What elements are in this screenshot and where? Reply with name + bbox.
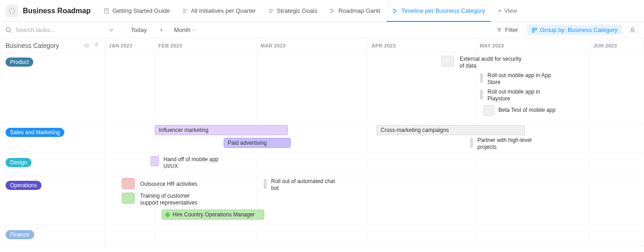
divider [121, 26, 122, 35]
chevron-down-icon [192, 28, 196, 32]
category-row[interactable]: Product [0, 53, 105, 123]
gantt-icon [329, 8, 335, 14]
user-button[interactable] [627, 27, 639, 33]
tab-roadmap-gantt[interactable]: Roadmap Gantt [324, 0, 386, 21]
task-paid-advertising[interactable]: Paid advertising [224, 138, 291, 148]
task-chatbot[interactable] [264, 179, 267, 189]
doc-icon [103, 8, 110, 14]
filter-icon [497, 27, 502, 33]
tab-timeline-category[interactable]: Timeline per Business Category [387, 0, 491, 21]
category-tag: Operations [5, 181, 42, 190]
group-by-button[interactable]: Group by: Business Category [527, 25, 622, 35]
search-input[interactable] [16, 26, 101, 33]
svg-point-16 [6, 27, 10, 31]
category-tag: Finance [5, 230, 34, 239]
category-column: Business Category ProductSales and Marke… [0, 38, 105, 247]
eye-icon[interactable] [84, 42, 90, 49]
toolbar: Today + Month Filter Group by: Business … [0, 22, 644, 38]
add-view-button[interactable]: + View [492, 0, 524, 21]
lane-design: Hand off of mobile app UI/UX [105, 153, 644, 176]
filter-button[interactable]: Filter [492, 25, 523, 35]
today-button[interactable]: Today [126, 25, 152, 35]
plus-icon: + [498, 7, 502, 14]
tab-label: Strategic Goals [277, 7, 318, 14]
task-label: Hire Country Operations Manager [173, 211, 255, 218]
task-label: Influencer marketing [159, 127, 209, 133]
timescale-select[interactable]: Month [171, 25, 199, 35]
svg-rect-14 [394, 10, 397, 11]
search-wrap [5, 26, 101, 33]
search-dropdown[interactable] [106, 27, 117, 33]
svg-rect-23 [533, 30, 534, 32]
tab-label: All Initiatives per Quarter [191, 7, 256, 14]
task-rollout-playstore[interactable] [480, 89, 483, 100]
lane-sales: Influencer marketingPaid advertisingCros… [105, 123, 644, 153]
svg-rect-21 [533, 28, 534, 30]
timeline-lanes: External audit for security of dataRoll … [105, 53, 644, 247]
task-label: Roll out mobile app in Playstore [487, 89, 556, 102]
app-title: Business Roadmap [23, 7, 90, 15]
tab-all-initiatives[interactable]: All Initiatives per Quarter [176, 0, 261, 21]
timeline-icon [392, 8, 398, 14]
task-partner-projects[interactable] [470, 138, 473, 148]
svg-point-24 [631, 27, 634, 30]
task-label: Cross-marketing campaigns [381, 127, 449, 133]
group-icon [532, 27, 537, 33]
category-tag: Product [5, 58, 33, 67]
month-jan-2023: JAN 2023 [105, 38, 155, 52]
svg-point-25 [86, 45, 88, 46]
month-may-2023: MAY 2023 [476, 38, 590, 52]
category-header: Business Category [0, 38, 105, 53]
app-icon [5, 5, 18, 17]
tab-strategic-goals[interactable]: Strategic Goals [262, 0, 323, 21]
task-handoff-uiux[interactable] [151, 156, 159, 166]
task-training-support[interactable] [122, 193, 135, 204]
svg-point-0 [9, 8, 15, 14]
task-label: Roll out of automated chat bot [271, 178, 340, 192]
filter-label: Filter [505, 26, 518, 33]
timeline-area: JAN 2023FEB 2023MAR 2023APR 2023MAY 2023… [105, 38, 644, 247]
category-row[interactable]: Finance [0, 226, 105, 247]
category-row[interactable]: Operations [0, 176, 105, 226]
task-label: Hand off of mobile app UI/UX [163, 156, 232, 170]
tab-getting-started[interactable]: Getting Started Guide [98, 0, 175, 21]
top-nav: Business Roadmap Getting Started Guide A… [0, 0, 644, 22]
svg-rect-22 [535, 28, 537, 30]
list-icon [268, 8, 274, 14]
task-label: Training of customer support representat… [140, 193, 204, 206]
milestone-icon [165, 212, 171, 218]
group-by-label: Group by: Business Category [540, 26, 618, 33]
task-label: Roll out mobile app in App Store [487, 72, 556, 86]
collapse-icon[interactable] [94, 42, 99, 49]
category-row[interactable]: Sales and Marketing [0, 123, 105, 153]
task-cross-marketing[interactable]: Cross-marketing campaigns [377, 125, 525, 135]
month-header: JAN 2023FEB 2023MAR 2023APR 2023MAY 2023… [105, 38, 644, 53]
list-icon [182, 8, 188, 14]
task-label: Outsource HR activities [140, 181, 204, 188]
month-jun-2023: JUN 2023 [590, 38, 644, 52]
task-rollout-appstore[interactable] [480, 73, 483, 83]
svg-rect-12 [330, 12, 332, 13]
svg-rect-10 [330, 9, 332, 10]
category-row[interactable]: Design [0, 153, 105, 176]
add-view-label: View [504, 7, 517, 14]
svg-line-17 [10, 31, 11, 32]
month-feb-2023: FEB 2023 [155, 38, 257, 52]
task-beta-test[interactable] [483, 105, 494, 116]
task-influencer-marketing[interactable]: Influencer marketing [155, 125, 288, 135]
task-external-audit[interactable] [441, 56, 454, 67]
tab-label: Getting Started Guide [112, 7, 170, 14]
month-apr-2023: APR 2023 [368, 38, 476, 52]
category-tag: Design [5, 158, 31, 167]
svg-rect-13 [393, 9, 395, 10]
svg-rect-15 [393, 12, 395, 13]
tab-label: Roadmap Gantt [338, 7, 380, 14]
task-outsource-hr[interactable] [122, 178, 135, 189]
task-label: Beta Test of mobile app [498, 107, 562, 114]
svg-rect-11 [331, 10, 334, 11]
task-hire-ops-manager[interactable]: Hire Country Operations Manager [162, 210, 264, 220]
lane-product: External audit for security of dataRoll … [105, 53, 644, 123]
add-task-button[interactable]: + [156, 25, 167, 35]
timeline-grid: Business Category ProductSales and Marke… [0, 38, 644, 247]
lane-finance [105, 226, 644, 247]
